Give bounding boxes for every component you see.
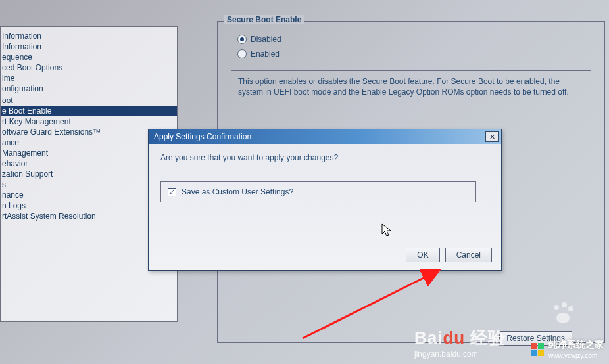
sidebar-item[interactable]: rt Key Management [1, 116, 177, 127]
radio-enabled[interactable]: Enabled [237, 49, 597, 58]
dialog-body: Are you sure that you want to apply your… [149, 144, 501, 209]
sidebar-item[interactable]: onfiguration [1, 83, 177, 94]
sidebar-item-secure-boot-enable[interactable]: e Boot Enable [1, 106, 177, 116]
close-icon[interactable]: ✕ [485, 131, 499, 142]
bios-setup-screen: Information Information equence ced Boot… [0, 0, 609, 364]
dialog-button-row: OK Cancel [406, 248, 492, 262]
svg-point-2 [562, 302, 567, 307]
dialog-title: Apply Settings Confirmation [154, 132, 251, 141]
sidebar-item[interactable]: ced Boot Options [1, 62, 177, 73]
sidebar-item[interactable]: oot [1, 95, 177, 106]
checkbox-label: Save as Custom User Settings? [182, 187, 293, 196]
apply-settings-dialog: Apply Settings Confirmation ✕ Are you su… [148, 129, 502, 271]
sidebar-item[interactable]: ime [1, 73, 177, 83]
ok-button[interactable]: OK [406, 248, 439, 262]
svg-point-3 [568, 306, 573, 311]
radio-icon [237, 35, 247, 44]
dialog-titlebar[interactable]: Apply Settings Confirmation ✕ [149, 129, 501, 144]
radio-enabled-label: Enabled [251, 49, 280, 58]
radio-disabled[interactable]: Disabled [237, 35, 597, 44]
svg-point-1 [554, 305, 559, 310]
fieldset-legend: Secure Boot Enable [224, 15, 304, 24]
windows-logo-icon [531, 343, 545, 356]
sidebar-item[interactable]: Information [1, 41, 177, 52]
dialog-question-text: Are you sure that you want to apply your… [160, 153, 489, 162]
radio-disabled-label: Disabled [251, 35, 281, 44]
svg-point-4 [556, 313, 570, 323]
sidebar-item[interactable]: equence [1, 52, 177, 62]
watermark-site: 纯净系统之家 www.ycwjzy.com [531, 339, 604, 360]
sidebar-item[interactable]: Information [1, 31, 177, 41]
watermark-paw-icon [550, 301, 576, 332]
save-as-custom-checkbox-row[interactable]: ✓ Save as Custom User Settings? [160, 181, 476, 202]
radio-icon [237, 49, 247, 58]
option-description: This option enables or disables the Secu… [231, 70, 591, 108]
cancel-button[interactable]: Cancel [445, 248, 492, 262]
dialog-divider [160, 173, 489, 173]
watermark-baidu: Baidu 经验 jingyan.baidu.com [414, 327, 506, 359]
checkbox-icon[interactable]: ✓ [168, 188, 176, 196]
